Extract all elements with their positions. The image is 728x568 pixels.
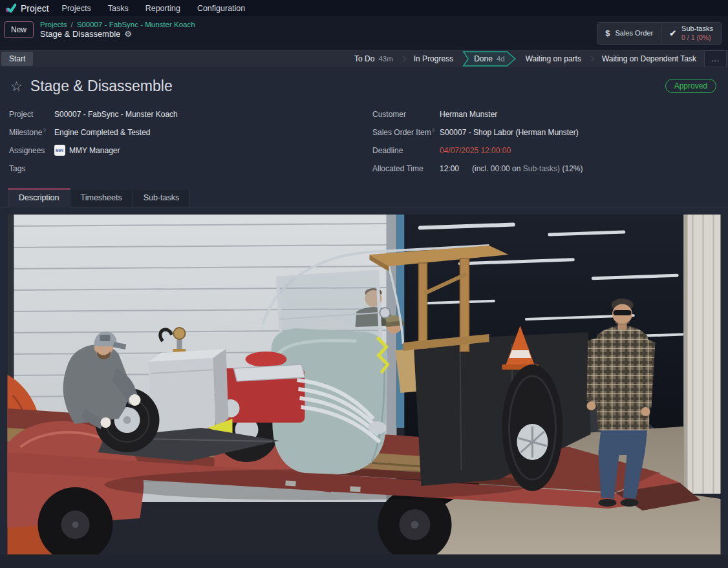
description-photo [7, 215, 721, 554]
deadline-value[interactable]: 04/07/2025 12:00:00 [440, 146, 718, 155]
sales-order-item-value[interactable]: S00007 - Shop Labor (Herman Munster) [440, 128, 718, 137]
start-timer-button[interactable]: Start [1, 52, 33, 66]
stage-todo[interactable]: To Do 43m [347, 50, 401, 67]
milestone-value[interactable]: Engine Completed & Tested [54, 128, 372, 137]
page-title[interactable]: Stage & Disassemble [30, 78, 665, 95]
control-panel: New Projects / S00007 - FabSync - Munste… [0, 16, 728, 50]
stage-separator-icon [589, 56, 594, 61]
field-deadline: Deadline 04/07/2025 12:00:00 [372, 142, 718, 160]
menu-configuration[interactable]: Configuration [197, 4, 245, 13]
gear-icon[interactable]: ⚙ [124, 30, 132, 38]
stage-overflow-button[interactable]: ... [704, 50, 727, 67]
status-bar: Start To Do 43m In Progress Done 4d Wait… [0, 50, 728, 67]
favorite-star-icon[interactable]: ☆ [10, 79, 23, 93]
customer-value[interactable]: Herman Munster [440, 110, 718, 119]
new-button[interactable]: New [4, 21, 34, 38]
breadcrumb: Projects / S00007 - FabSync - Munster Ko… [40, 21, 195, 39]
field-grid: Project S00007 - FabSync - Munster Koach… [9, 105, 718, 178]
breadcrumb-separator: / [71, 21, 73, 28]
menu-reporting[interactable]: Reporting [145, 4, 180, 13]
tab-timesheets[interactable]: Timesheets [70, 189, 133, 207]
rear-slick-tire [502, 364, 563, 491]
subtasks-label: Sub-tasks [681, 25, 713, 34]
field-allocated-time: Allocated Time 12:00 (incl. 00:00 on Sub… [372, 160, 718, 178]
menu-tasks[interactable]: Tasks [108, 4, 129, 13]
assignee-tag[interactable]: MMY MMY Manager [54, 145, 372, 156]
help-icon: ? [43, 127, 45, 133]
headlamp [380, 308, 391, 318]
top-menu: Projects Tasks Reporting Configuration [62, 4, 246, 13]
task-form-sheet: ☆ Stage & Disassemble Approved Project S… [0, 67, 728, 554]
sales-order-label: Sales Order [615, 29, 653, 38]
odoo-logo-icon[interactable] [5, 3, 16, 13]
stage-waiting-dependent[interactable]: Waiting on Dependent Task [594, 50, 704, 67]
field-milestone: Milestone? Engine Completed & Tested [9, 123, 372, 142]
right-wall [684, 215, 721, 494]
approval-status-badge: Approved [665, 79, 716, 93]
subtasks-count: 0 / 1 (0%) [681, 34, 713, 42]
field-sales-order-item: Sales Order Item? S00007 - Shop Labor (H… [372, 123, 718, 142]
tab-subtasks[interactable]: Sub-tasks [133, 189, 191, 207]
stage-separator-icon [401, 56, 406, 61]
app-name[interactable]: Project [21, 3, 49, 14]
tab-description[interactable]: Description [8, 188, 70, 207]
subtasks-button[interactable]: ✔ Sub-tasks 0 / 1 (0%) [661, 23, 721, 44]
sunglasses [614, 310, 632, 315]
field-project: Project S00007 - FabSync - Munster Koach [9, 105, 372, 123]
notebook-tabs: Description Timesheets Sub-tasks [0, 187, 728, 207]
top-nav-bar: Project Projects Tasks Reporting Configu… [0, 0, 728, 16]
allocated-time-extra: (incl. 00:00 on Sub-tasks) (12%) [472, 164, 583, 173]
field-assignees: Assignees MMY MMY Manager [9, 142, 372, 160]
menu-projects[interactable]: Projects [62, 4, 91, 13]
stage-waiting-on-parts[interactable]: Waiting on parts [518, 50, 589, 67]
field-tags: Tags [9, 160, 372, 178]
stage-bar: To Do 43m In Progress Done 4d Waiting on… [347, 50, 727, 67]
avatar: MMY [54, 145, 65, 156]
allocated-time-value[interactable]: 12:00 [440, 164, 459, 173]
sales-order-button[interactable]: $ Sales Order [597, 23, 661, 44]
stat-buttons: $ Sales Order ✔ Sub-tasks 0 / 1 (0%) [597, 22, 722, 45]
breadcrumb-projects-link[interactable]: Projects [40, 21, 67, 28]
stage-done-active[interactable]: Done 4d [461, 50, 517, 67]
description-content [0, 207, 728, 554]
stage-in-progress[interactable]: In Progress [406, 50, 461, 67]
breadcrumb-parent-link[interactable]: S00007 - FabSync - Munster Koach [77, 21, 195, 28]
check-icon: ✔ [669, 28, 676, 38]
project-value[interactable]: S00007 - FabSync - Munster Koach [54, 110, 372, 119]
field-customer: Customer Herman Munster [372, 105, 718, 123]
help-icon: ? [432, 127, 434, 133]
dollar-icon: $ [605, 28, 610, 38]
breadcrumb-current: Stage & Disassemble [40, 29, 120, 39]
